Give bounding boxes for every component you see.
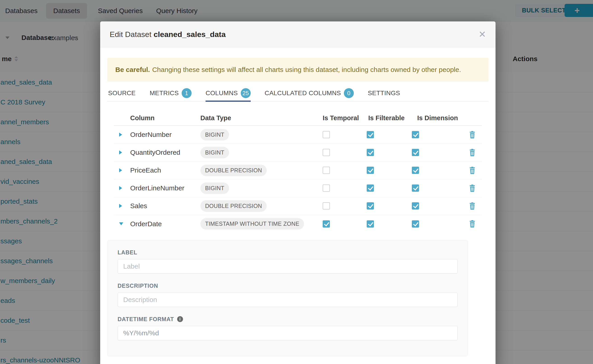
data-type-cell: DOUBLE PRECISION bbox=[200, 165, 323, 176]
expand-caret-icon[interactable] bbox=[119, 150, 122, 155]
delete-column-button[interactable] bbox=[469, 131, 476, 138]
header-column: Column bbox=[127, 114, 200, 122]
trash-icon bbox=[469, 131, 476, 138]
modal-title-dataset-name: cleaned_sales_data bbox=[154, 30, 226, 39]
trash-icon bbox=[469, 149, 476, 156]
tab-source[interactable]: SOURCE bbox=[108, 85, 136, 101]
is-dimension-checkbox[interactable] bbox=[412, 202, 419, 209]
tab-label: METRICS bbox=[150, 90, 179, 97]
is-temporal-checkbox[interactable] bbox=[323, 184, 330, 192]
modal-title: Edit Dataset cleaned_sales_data bbox=[110, 30, 226, 39]
tab-count-badge: 0 bbox=[344, 88, 354, 98]
is-temporal-checkbox[interactable] bbox=[323, 202, 330, 209]
is-filterable-checkbox-cell bbox=[367, 202, 412, 209]
columns-table-header: Column Data Type Is Temporal Is Filterab… bbox=[114, 102, 482, 126]
expand-caret-icon[interactable] bbox=[119, 133, 122, 137]
data-type-cell: TIMESTAMP WITHOUT TIME ZONE bbox=[200, 218, 323, 230]
tab-label: COLUMNS bbox=[205, 90, 238, 97]
trash-icon bbox=[469, 220, 476, 228]
is-dimension-checkbox-cell bbox=[412, 131, 464, 138]
is-temporal-checkbox[interactable] bbox=[323, 149, 330, 156]
columns-table-rows: OrderNumberBIGINTQuantityOrderedBIGINTPr… bbox=[114, 126, 482, 233]
column-row: OrderLineNumberBIGINT bbox=[114, 179, 482, 197]
trash-icon bbox=[469, 184, 476, 192]
is-temporal-checkbox-cell bbox=[323, 131, 367, 138]
description-input[interactable] bbox=[118, 292, 458, 307]
datetime-format-input[interactable] bbox=[118, 326, 458, 340]
is-temporal-checkbox-cell bbox=[323, 167, 367, 174]
is-filterable-checkbox-cell bbox=[367, 131, 412, 138]
is-filterable-checkbox-cell bbox=[367, 220, 412, 228]
label-field-label: LABEL bbox=[118, 249, 458, 255]
is-dimension-checkbox[interactable] bbox=[412, 167, 419, 174]
tab-columns[interactable]: COLUMNS25 bbox=[205, 85, 251, 101]
delete-column-button[interactable] bbox=[469, 220, 476, 228]
is-dimension-checkbox[interactable] bbox=[412, 131, 419, 138]
expand-caret-icon[interactable] bbox=[119, 168, 122, 172]
is-temporal-checkbox-cell bbox=[323, 184, 367, 192]
column-name: QuantityOrdered bbox=[127, 149, 200, 156]
is-temporal-checkbox[interactable] bbox=[323, 220, 330, 228]
column-name: OrderDate bbox=[127, 220, 200, 228]
modal-title-prefix: Edit Dataset bbox=[110, 30, 154, 39]
header-data-type: Data Type bbox=[200, 114, 323, 122]
tab-count-badge: 1 bbox=[182, 88, 191, 98]
tab-calculated-columns[interactable]: CALCULATED COLUMNS0 bbox=[265, 85, 354, 101]
delete-column-button[interactable] bbox=[469, 167, 476, 174]
warning-banner-text: Changing these settings will affect all … bbox=[152, 66, 461, 73]
column-name: OrderNumber bbox=[127, 131, 200, 138]
trash-icon bbox=[469, 202, 476, 210]
screen: DatabasesDatasetsSaved QueriesQuery Hist… bbox=[0, 0, 593, 364]
delete-column-button[interactable] bbox=[469, 149, 476, 156]
collapse-caret-icon[interactable] bbox=[119, 222, 123, 225]
expand-caret-icon[interactable] bbox=[119, 186, 122, 190]
tab-count-badge: 25 bbox=[241, 88, 251, 98]
column-name: Sales bbox=[127, 202, 200, 210]
column-row: QuantityOrderedBIGINT bbox=[114, 144, 482, 162]
header-is-dimension: Is Dimension bbox=[412, 114, 464, 122]
tab-label: SETTINGS bbox=[368, 90, 400, 97]
is-temporal-checkbox-cell bbox=[323, 202, 367, 209]
is-filterable-checkbox[interactable] bbox=[367, 149, 374, 156]
data-type-pill: DOUBLE PRECISION bbox=[200, 165, 267, 176]
tab-label: SOURCE bbox=[108, 90, 136, 97]
datetime-format-label-text: DATETIME FORMAT bbox=[118, 316, 174, 323]
column-row: OrderDateTIMESTAMP WITHOUT TIME ZONE bbox=[114, 215, 482, 233]
header-is-filterable: Is Filterable bbox=[367, 114, 412, 122]
is-filterable-checkbox[interactable] bbox=[367, 184, 374, 192]
modal-header: Edit Dataset cleaned_sales_data ✕ bbox=[100, 21, 495, 47]
description-field-label: DESCRIPTION bbox=[118, 283, 458, 289]
columns-table: Column Data Type Is Temporal Is Filterab… bbox=[114, 102, 482, 233]
trash-icon bbox=[469, 167, 476, 174]
datetime-format-field-label: DATETIME FORMAT i bbox=[118, 316, 458, 322]
expand-caret-icon[interactable] bbox=[119, 204, 122, 208]
is-filterable-checkbox[interactable] bbox=[367, 167, 374, 174]
is-temporal-checkbox[interactable] bbox=[323, 131, 330, 138]
data-type-cell: BIGINT bbox=[200, 147, 323, 158]
is-dimension-checkbox[interactable] bbox=[412, 149, 419, 156]
column-name: PriceEach bbox=[127, 166, 200, 174]
is-dimension-checkbox-cell bbox=[412, 220, 464, 228]
tab-metrics[interactable]: METRICS1 bbox=[150, 85, 191, 101]
column-row: OrderNumberBIGINT bbox=[114, 126, 482, 144]
data-type-pill: DOUBLE PRECISION bbox=[200, 200, 267, 212]
is-filterable-checkbox[interactable] bbox=[367, 202, 374, 209]
is-dimension-checkbox[interactable] bbox=[412, 220, 419, 228]
label-input[interactable] bbox=[118, 259, 458, 273]
is-filterable-checkbox[interactable] bbox=[367, 131, 374, 138]
is-temporal-checkbox-cell bbox=[323, 149, 367, 156]
is-dimension-checkbox-cell bbox=[412, 149, 464, 156]
is-filterable-checkbox[interactable] bbox=[367, 220, 374, 228]
delete-column-button[interactable] bbox=[469, 184, 476, 192]
close-icon[interactable]: ✕ bbox=[478, 30, 486, 39]
data-type-cell: DOUBLE PRECISION bbox=[200, 200, 323, 212]
is-dimension-checkbox[interactable] bbox=[412, 184, 419, 192]
tab-settings[interactable]: SETTINGS bbox=[368, 85, 400, 101]
delete-column-button[interactable] bbox=[469, 202, 476, 210]
modal-tab-bar: SOURCEMETRICS1COLUMNS25CALCULATED COLUMN… bbox=[107, 85, 488, 102]
is-filterable-checkbox-cell bbox=[367, 167, 412, 174]
data-type-pill: BIGINT bbox=[200, 129, 229, 141]
info-icon[interactable]: i bbox=[177, 316, 183, 322]
is-temporal-checkbox[interactable] bbox=[323, 167, 330, 174]
column-name: OrderLineNumber bbox=[127, 184, 200, 192]
